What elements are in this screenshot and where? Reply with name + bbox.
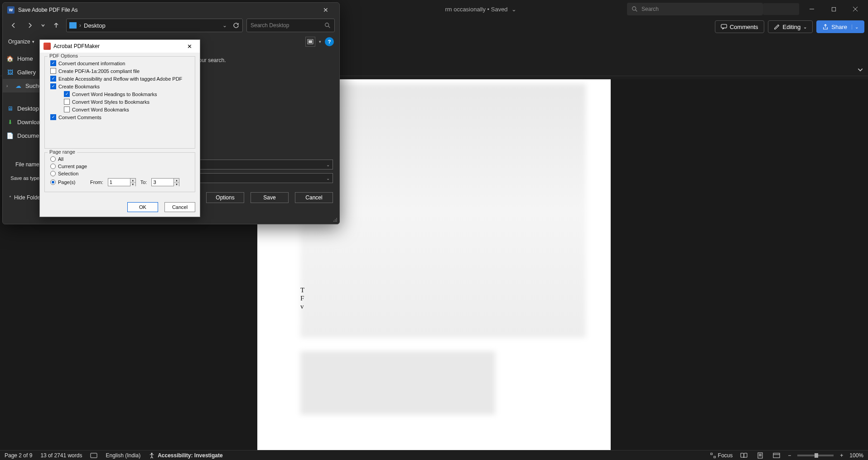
recent-dropdown[interactable] — [40, 19, 46, 32]
up-button[interactable] — [50, 19, 63, 32]
zoom-in-button[interactable]: + — [840, 452, 843, 459]
opt-accessibility[interactable]: Enable Accessibility and Reflow with tag… — [48, 75, 191, 82]
close-button[interactable] — [846, 2, 864, 16]
chevron-down-icon[interactable]: ⌄ — [326, 162, 330, 167]
range-pages[interactable]: Page(s) From: ▲▼ To: ▲▼ — [48, 177, 191, 187]
read-mode-button[interactable] — [739, 451, 749, 460]
opt-convert-comments[interactable]: Convert Comments — [48, 113, 191, 121]
svg-point-0 — [632, 7, 636, 10]
file-name-label: File name: — [9, 161, 41, 168]
checkbox-icon[interactable] — [50, 83, 56, 89]
acrobat-icon — [43, 43, 51, 50]
from-input[interactable] — [108, 178, 130, 186]
opt-convert-doc-info[interactable]: Convert document information — [48, 59, 191, 67]
statusbar: Page 2 of 9 13 of 2741 words English (In… — [0, 450, 868, 460]
opt-bookmarks-styles[interactable]: Convert Word Styles to Bookmarks — [48, 98, 191, 106]
ribbon-collapse-button[interactable] — [857, 67, 863, 73]
pencil-icon — [774, 24, 780, 30]
range-current[interactable]: Current page — [48, 163, 191, 170]
spin-down[interactable]: ▼ — [174, 183, 179, 186]
opt-pdfa[interactable]: Create PDF/A-1a:2005 compliant file — [48, 67, 191, 75]
svg-point-22 — [335, 221, 336, 222]
save-button[interactable]: Save — [251, 192, 289, 203]
options-button[interactable]: Options — [206, 192, 244, 203]
spin-down[interactable]: ▼ — [130, 183, 135, 186]
resize-grip[interactable] — [332, 217, 338, 222]
checkbox-icon[interactable] — [50, 76, 56, 82]
pdfmaker-close-button[interactable]: ✕ — [183, 43, 196, 50]
from-spinner[interactable]: ▲▼ — [108, 178, 136, 186]
search-placeholder: Search — [641, 6, 659, 12]
opt-bookmarks-word[interactable]: Convert Word Bookmarks — [48, 106, 191, 113]
language-indicator[interactable]: English (India) — [106, 452, 140, 459]
range-all[interactable]: All — [48, 155, 191, 163]
zoom-out-button[interactable]: − — [788, 452, 791, 459]
accessibility-indicator[interactable]: Accessibility: Investigate — [149, 452, 222, 459]
ok-button[interactable]: OK — [127, 202, 158, 212]
refresh-button[interactable] — [232, 22, 240, 29]
help-button[interactable]: ? — [325, 37, 334, 46]
checkbox-icon[interactable] — [50, 60, 56, 66]
path-segment[interactable]: Desktop — [84, 22, 106, 29]
share-dropdown[interactable]: ⌄ — [852, 24, 858, 29]
page-indicator[interactable]: Page 2 of 9 — [5, 452, 32, 459]
opt-bookmarks[interactable]: Create Bookmarks — [48, 82, 191, 90]
zoom-level[interactable]: 100% — [849, 452, 863, 459]
radio-icon[interactable] — [50, 156, 56, 162]
checkbox-icon[interactable] — [64, 91, 70, 97]
comments-button[interactable]: Comments — [715, 20, 764, 33]
share-button[interactable]: Share ⌄ — [816, 20, 864, 33]
titlebar-search[interactable]: Search — [627, 3, 763, 15]
radio-icon[interactable] — [50, 179, 56, 185]
svg-point-26 — [336, 218, 337, 219]
chevron-down-icon[interactable]: ⌄ — [511, 6, 516, 13]
radio-icon[interactable] — [50, 171, 56, 176]
checkbox-icon[interactable] — [64, 99, 70, 105]
range-selection[interactable]: Selection — [48, 170, 191, 177]
saveas-search[interactable]: Search Desktop — [246, 19, 335, 32]
view-dropdown[interactable]: ▾ — [319, 39, 321, 44]
opt-bookmarks-headings[interactable]: Convert Word Headings to Bookmarks — [48, 90, 191, 98]
cancel-button[interactable]: Cancel — [164, 202, 195, 212]
view-mode-button[interactable] — [305, 37, 315, 47]
pdfmaker-title: Acrobat PDFMaker — [53, 43, 100, 49]
print-layout-button[interactable] — [755, 451, 765, 460]
user-avatar[interactable] — [763, 3, 799, 15]
focus-button[interactable]: Focus — [710, 452, 733, 459]
minimize-button[interactable] — [803, 2, 821, 16]
path-dropdown[interactable]: ⌄ — [222, 22, 227, 29]
zoom-slider[interactable] — [797, 455, 834, 456]
pdfmaker-titlebar: Acrobat PDFMaker ✕ — [40, 40, 200, 53]
cancel-button[interactable]: Cancel — [295, 192, 333, 203]
svg-rect-3 — [832, 7, 835, 11]
organize-menu[interactable]: Organize ▾ — [8, 39, 34, 45]
autosave-status[interactable]: rm occasionally • Saved — [445, 6, 507, 13]
saveas-close-button[interactable]: ✕ — [317, 6, 335, 14]
to-spinner[interactable]: ▲▼ — [151, 178, 179, 186]
desktop-icon — [69, 22, 77, 29]
spin-up[interactable]: ▲ — [174, 179, 179, 183]
to-input[interactable] — [151, 178, 174, 186]
chevron-right-icon[interactable]: › — [6, 83, 11, 88]
svg-point-17 — [325, 23, 329, 27]
pdfmaker-dialog: Acrobat PDFMaker ✕ PDF Options Convert d… — [39, 39, 200, 217]
editing-mode-button[interactable]: Editing ⌄ — [768, 20, 813, 33]
checkbox-icon[interactable] — [64, 107, 70, 112]
spelling-icon[interactable] — [90, 452, 97, 459]
maximize-button[interactable] — [825, 2, 843, 16]
cloud-icon: ☁ — [14, 82, 22, 89]
address-bar[interactable]: › Desktop ⌄ — [66, 19, 243, 32]
back-button[interactable] — [7, 19, 20, 32]
chevron-up-icon: ˄ — [9, 195, 11, 200]
checkbox-icon[interactable] — [50, 68, 56, 74]
web-layout-button[interactable] — [772, 451, 781, 460]
svg-rect-20 — [309, 40, 312, 43]
svg-rect-7 — [91, 453, 97, 458]
word-count[interactable]: 13 of 2741 words — [40, 452, 82, 459]
chevron-down-icon[interactable]: ⌄ — [326, 176, 330, 181]
checkbox-icon[interactable] — [50, 114, 56, 120]
spin-up[interactable]: ▲ — [130, 179, 135, 183]
radio-icon[interactable] — [50, 164, 56, 169]
chevron-down-icon: ⌄ — [803, 24, 807, 29]
forward-button[interactable] — [24, 19, 36, 32]
